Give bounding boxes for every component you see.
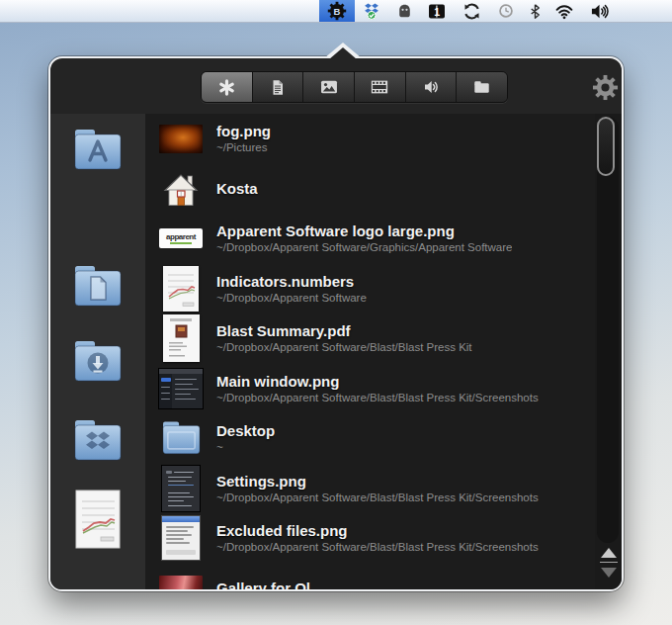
- svg-text:B: B: [334, 6, 341, 17]
- filter-documents-button[interactable]: [253, 72, 304, 102]
- file-row[interactable]: Gallery for Ol: [145, 564, 595, 590]
- dropbox-folder-icon: [70, 418, 126, 463]
- scroll-up-arrow[interactable]: [601, 548, 617, 558]
- file-thumbnail: [158, 116, 204, 161]
- downloads-folder-icon: [70, 339, 126, 384]
- menu-bar: B: [0, 0, 672, 23]
- filter-folders-button[interactable]: [457, 72, 507, 102]
- scroll-arrow-divider: [600, 562, 618, 564]
- sidebar-item-numbers-document[interactable]: [50, 490, 145, 549]
- documents-folder-icon: [70, 264, 126, 309]
- bluetooth-icon: [528, 3, 543, 20]
- sidebar-item-documents[interactable]: [50, 264, 145, 309]
- file-title: fog.png: [216, 122, 271, 140]
- filter-segmented-control: [201, 71, 508, 103]
- menubar-dropbox-icon[interactable]: [355, 0, 388, 22]
- file-path: ~/Dropbox/Apparent Software/Graphics/App…: [216, 240, 512, 255]
- gear-icon: [592, 74, 619, 101]
- time-machine-clock-icon: [497, 2, 515, 20]
- desktop-background: B: [0, 0, 672, 625]
- file-row[interactable]: Settings.png ~/Dropbox/Apparent Software…: [145, 464, 595, 514]
- speaker-icon: [423, 79, 440, 95]
- dropbox-icon: [363, 2, 380, 20]
- menubar-sync-icon[interactable]: [454, 0, 489, 22]
- menubar-volume-icon[interactable]: [582, 0, 618, 22]
- file-title: Blast Summary.pdf: [216, 321, 472, 340]
- sync-icon: [462, 2, 481, 21]
- menu-bar-icons: B: [319, 0, 618, 22]
- menubar-wifi-icon[interactable]: [546, 0, 582, 22]
- file-thumbnail: [158, 566, 204, 589]
- file-title: Kosta: [216, 179, 258, 198]
- popover-sidebar: [50, 114, 145, 589]
- film-icon: [371, 79, 388, 95]
- ghost-icon: [396, 3, 413, 20]
- file-path: ~/Pictures: [216, 140, 271, 155]
- menubar-blast-icon[interactable]: B: [319, 0, 355, 22]
- menubar-time-machine-icon[interactable]: [489, 0, 523, 22]
- file-path: ~/Dropbox/Apparent Software/Blast/Blast …: [216, 391, 539, 405]
- file-thumbnail: apparent: [158, 216, 204, 261]
- file-thumbnail: [158, 366, 204, 411]
- file-title: Settings.png: [216, 472, 539, 491]
- scrollbar[interactable]: [595, 114, 622, 589]
- file-title: Indicators.numbers: [216, 272, 367, 291]
- apparent-logo-text: apparent: [166, 233, 196, 241]
- scroll-down-arrow[interactable]: [601, 568, 617, 578]
- popover-toolbar: [50, 58, 622, 114]
- document-icon: [270, 79, 286, 96]
- file-row[interactable]: fog.png ~/Pictures: [145, 114, 595, 164]
- file-path: ~: [216, 440, 275, 455]
- window-number-icon: 1: [428, 3, 446, 20]
- numbers-document-icon: [75, 490, 121, 549]
- file-title: Main window.png: [216, 372, 539, 391]
- file-path: ~/Dropbox/Apparent Software/Blast/Blast …: [216, 491, 539, 505]
- file-path: ~/Dropbox/Apparent Software/Blast/Blast …: [216, 540, 539, 555]
- file-row[interactable]: Excluded files.png ~/Dropbox/Apparent So…: [145, 513, 595, 564]
- file-thumbnail: [158, 315, 204, 361]
- file-title: Excluded files.png: [216, 521, 539, 540]
- file-row[interactable]: Indicators.numbers ~/Dropbox/Apparent So…: [145, 264, 595, 314]
- svg-text:1: 1: [434, 5, 440, 17]
- file-thumbnail: [158, 266, 204, 312]
- scrollbar-thumb[interactable]: [597, 117, 615, 176]
- volume-icon: [590, 2, 610, 21]
- file-title: Apparent Software logo large.png: [216, 222, 512, 240]
- sidebar-item-downloads[interactable]: [50, 339, 145, 384]
- wifi-icon: [554, 3, 574, 20]
- file-path: ~/Dropbox/Apparent Software/Blast/Blast …: [216, 340, 472, 355]
- filter-audio-button[interactable]: [406, 72, 458, 102]
- file-row[interactable]: Main window.png ~/Dropbox/Apparent Softw…: [145, 364, 595, 414]
- menubar-window-number-icon[interactable]: 1: [420, 0, 454, 22]
- image-icon: [320, 79, 338, 95]
- home-icon: [158, 166, 204, 212]
- menubar-bluetooth-icon[interactable]: [523, 0, 546, 22]
- sidebar-item-dropbox[interactable]: [50, 418, 145, 463]
- asterisk-icon: [218, 79, 235, 96]
- sidebar-item-applications[interactable]: [50, 128, 145, 172]
- file-thumbnail: [158, 466, 204, 511]
- file-title: Desktop: [216, 421, 275, 440]
- file-row[interactable]: Blast Summary.pdf ~/Dropbox/Apparent Sof…: [145, 313, 595, 364]
- filter-images-button[interactable]: [303, 72, 355, 102]
- folder-thumbnail: [158, 415, 204, 461]
- filter-all-button[interactable]: [202, 72, 253, 102]
- file-path: ~/Dropbox/Apparent Software: [216, 291, 367, 306]
- file-row[interactable]: Desktop ~: [145, 413, 595, 464]
- settings-button[interactable]: [590, 72, 620, 102]
- file-thumbnail: [158, 515, 204, 561]
- menubar-ghost-icon[interactable]: [388, 0, 420, 22]
- filter-movies-button[interactable]: [355, 72, 406, 102]
- blast-burst-icon: B: [327, 1, 347, 21]
- file-row[interactable]: apparent Apparent Software logo large.pn…: [145, 214, 595, 264]
- scrollbar-track[interactable]: [597, 117, 619, 543]
- file-list: fog.png ~/Pictures Kosta: [145, 114, 595, 589]
- folder-icon: [473, 79, 490, 95]
- file-title: Gallery for Ol: [216, 579, 310, 589]
- blast-popover: fog.png ~/Pictures Kosta: [48, 56, 624, 591]
- applications-folder-icon: [70, 128, 126, 172]
- file-row[interactable]: Kosta: [145, 164, 595, 215]
